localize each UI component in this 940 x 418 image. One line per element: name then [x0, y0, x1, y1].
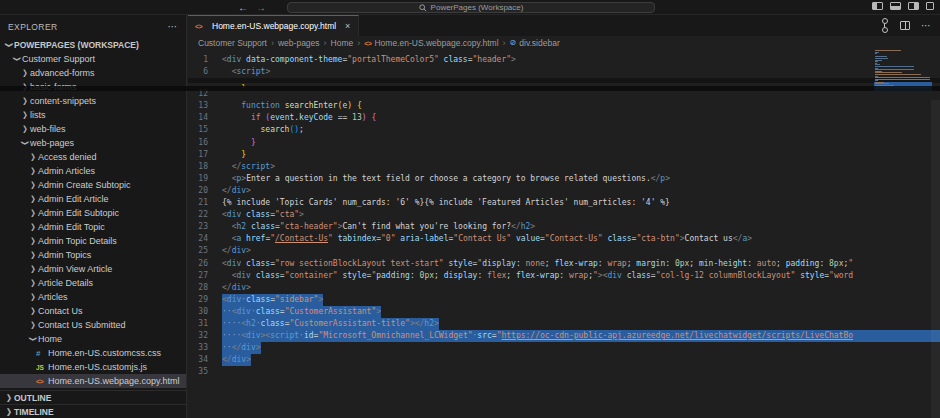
tree-item-admin-topics[interactable]: ❯Admin Topics: [0, 248, 186, 262]
code-line-27[interactable]: 27 <div class="container" style="padding…: [188, 270, 940, 282]
tree-item-contact-us-submitted[interactable]: ❯Contact Us Submitted: [0, 318, 186, 332]
code-line-33[interactable]: 33··</div>: [188, 342, 940, 354]
breadcrumb-item-home-en-us-webpage-copy-html[interactable]: <>Home.en-US.webpage.copy.html: [364, 38, 498, 48]
tree-item-admin-create-subtopic[interactable]: ❯Admin Create Subtopic: [0, 178, 186, 192]
code-line-25[interactable]: 25</div>: [188, 245, 940, 257]
code-line-12[interactable]: 12: [188, 88, 940, 100]
back-arrow-icon[interactable]: ←: [238, 3, 248, 13]
tree-item-web-files[interactable]: ❯web-files: [0, 122, 186, 136]
tree-item-lists[interactable]: ❯lists: [0, 108, 186, 122]
explorer-more-actions-icon[interactable]: ⋯: [168, 21, 178, 32]
code-line-19[interactable]: 19 <p>Enter a question in the text field…: [188, 173, 940, 185]
chevron-right-icon[interactable]: ❯: [28, 306, 38, 315]
code-line-32[interactable]: 32····<div><script·id="Microsoft_Omnicha…: [188, 330, 940, 342]
chevron-right-icon[interactable]: ❯: [20, 110, 30, 119]
code-line-28[interactable]: 28</div>: [188, 282, 940, 294]
chevron-right-icon[interactable]: ❯: [28, 166, 38, 175]
chevron-down-icon[interactable]: ❯: [20, 138, 29, 148]
command-center-search[interactable]: PowerPages (Workspace): [287, 2, 655, 13]
chevron-right-icon[interactable]: ❯: [28, 180, 38, 189]
code-line-29[interactable]: 29<div·class="sidebar">: [188, 294, 940, 306]
editor-scrollbar[interactable]: [931, 100, 940, 418]
timeline-section[interactable]: ❯ TIMELINE: [0, 404, 186, 418]
tree-item-advanced-forms[interactable]: ❯advanced-forms: [0, 66, 186, 80]
tree-item-home[interactable]: ❯Home: [0, 332, 186, 346]
split-editor-icon[interactable]: [900, 21, 910, 30]
toggle-panel-icon[interactable]: [890, 2, 901, 10]
tree-item-articles[interactable]: ❯Articles: [0, 290, 186, 304]
code-line-14[interactable]: 14 if (event.keyCode == 13) {: [188, 112, 940, 124]
code-line-31[interactable]: 31····<h2·class="CustomerAssistant-title…: [188, 318, 940, 330]
chevron-right-icon[interactable]: ❯: [28, 208, 38, 217]
chevron-right-icon[interactable]: ❯: [20, 124, 30, 133]
minimap[interactable]: [874, 50, 932, 418]
toggle-primary-sidebar-icon[interactable]: [872, 2, 883, 10]
code-line-6[interactable]: 6 <script>: [188, 66, 940, 78]
toggle-secondary-sidebar-icon[interactable]: [908, 2, 919, 10]
code-line-35[interactable]: 35: [188, 366, 940, 378]
chevron-right-icon[interactable]: ❯: [28, 152, 38, 161]
tree-item-home-en-us-webpage-copy-html[interactable]: <>Home.en-US.webpage.copy.html: [0, 374, 186, 388]
close-tab-icon[interactable]: ×: [345, 21, 350, 31]
git-commit-icon[interactable]: [884, 20, 889, 31]
tree-item-label: Home.en-US.customjs.js: [48, 362, 147, 372]
chevron-down-icon[interactable]: ❯: [28, 334, 37, 344]
tree-item-admin-edit-topic[interactable]: ❯Admin Edit Topic: [0, 220, 186, 234]
code-line-13[interactable]: 13 function searchEnter(e) {: [188, 100, 940, 112]
chevron-down-icon[interactable]: ❯: [12, 54, 21, 64]
tree-item-web-pages[interactable]: ❯web-pages: [0, 136, 186, 150]
code-line-18[interactable]: 18 </script>: [188, 161, 940, 173]
tree-item-access-denied[interactable]: ❯Access denied: [0, 150, 186, 164]
chevron-right-icon[interactable]: ❯: [28, 320, 38, 329]
chevron-right-icon[interactable]: ❯: [20, 82, 30, 91]
chevron-down-icon[interactable]: ❯: [4, 40, 13, 50]
tree-item-admin-topic-details[interactable]: ❯Admin Topic Details: [0, 234, 186, 248]
tree-item-powerpages-workspace[interactable]: ❯POWERPAGES (WORKSPACE): [0, 38, 186, 52]
forward-arrow-icon[interactable]: →: [256, 3, 266, 13]
code-line-30[interactable]: 30··<div·class="CustomerAssistant">: [188, 306, 940, 318]
tree-item-home-en-us-customjs-js[interactable]: JSHome.en-US.customjs.js: [0, 360, 186, 374]
code-line-24[interactable]: 24 <a href="/Contact-Us" tabindex="0" ar…: [188, 233, 940, 245]
tree-item-contact-us[interactable]: ❯Contact Us: [0, 304, 186, 318]
tab-home-webpage-copy-html[interactable]: <> Home.en-US.webpage.copy.html ×: [188, 15, 359, 36]
code-line-34[interactable]: 34</div>: [188, 354, 940, 366]
chevron-right-icon[interactable]: ❯: [28, 278, 38, 287]
breadcrumb-item-home[interactable]: Home: [331, 38, 354, 48]
code-line-1[interactable]: 1<div data-component-theme="portalThemeC…: [188, 54, 940, 66]
chevron-right-icon[interactable]: ❯: [28, 194, 38, 203]
chevron-right-icon[interactable]: ❯: [28, 236, 38, 245]
tree-item-admin-articles[interactable]: ❯Admin Articles: [0, 164, 186, 178]
chevron-right-icon[interactable]: ❯: [28, 292, 38, 301]
tree-item-article-details[interactable]: ❯Article Details: [0, 276, 186, 290]
chevron-right-icon[interactable]: ❯: [20, 68, 30, 77]
tree-item-admin-edit-subtopic[interactable]: ❯Admin Edit Subtopic: [0, 206, 186, 220]
outline-section[interactable]: ❯ OUTLINE: [0, 390, 186, 404]
code-line-22[interactable]: 22<div class="cta">: [188, 209, 940, 221]
code-line-26[interactable]: 26<div class="row sectionBlockLayout tex…: [188, 258, 940, 270]
customize-layout-icon[interactable]: [926, 2, 934, 10]
tree-item-admin-view-article[interactable]: ❯Admin View Article: [0, 262, 186, 276]
code-editor[interactable]: 1<div data-component-theme="portalThemeC…: [188, 52, 940, 418]
code-line-17[interactable]: 17 }: [188, 149, 940, 161]
chevron-right-icon[interactable]: ❯: [20, 96, 30, 105]
chevron-right-icon[interactable]: ❯: [28, 222, 38, 231]
breadcrumb-item-web-pages[interactable]: web-pages: [278, 38, 320, 48]
tree-item-label: lists: [30, 110, 46, 120]
tree-item-content-snippets[interactable]: ❯content-snippets: [0, 94, 186, 108]
tree-item-basic-forms[interactable]: ❯basic-forms: [0, 80, 186, 94]
breadcrumb-item-div-sidebar[interactable]: ⊘div.sidebar: [510, 38, 560, 48]
chevron-right-icon[interactable]: ❯: [28, 250, 38, 259]
code-line-16[interactable]: 16 }: [188, 137, 940, 149]
tree-item-admin-edit-article[interactable]: ❯Admin Edit Article: [0, 192, 186, 206]
chevron-right-icon: ❯: [4, 393, 14, 402]
tree-item-home-en-us-customcss-css[interactable]: #Home.en-US.customcss.css: [0, 346, 186, 360]
code-line-partial[interactable]: }: [188, 78, 940, 88]
code-line-23[interactable]: 23 <h2 class="cta-header">Can't find wha…: [188, 221, 940, 233]
breadcrumb-item-customer-support[interactable]: Customer Support: [198, 38, 267, 48]
chevron-right-icon[interactable]: ❯: [28, 264, 38, 273]
code-line-21[interactable]: 21{% include 'Topic Cards' num_cards: '6…: [188, 197, 940, 209]
code-line-20[interactable]: 20</div>: [188, 185, 940, 197]
code-line-15[interactable]: 15 search();: [188, 124, 940, 136]
tree-item-customer-support[interactable]: ❯Customer Support: [0, 52, 186, 66]
more-actions-icon[interactable]: ⋯: [921, 22, 932, 30]
